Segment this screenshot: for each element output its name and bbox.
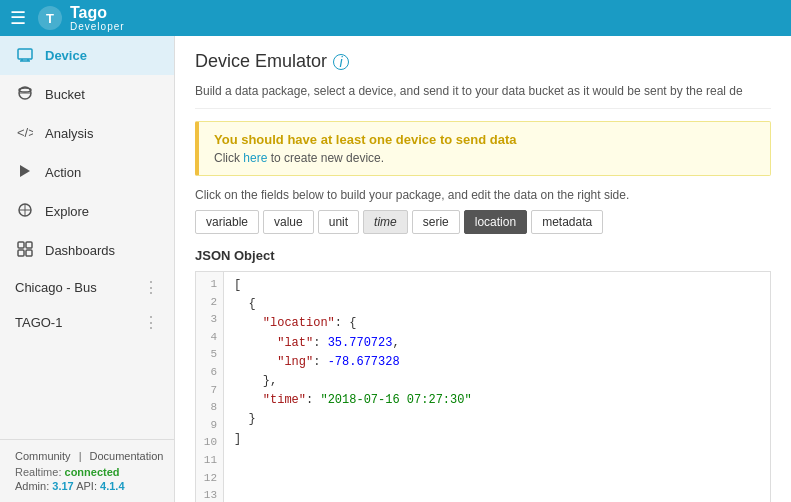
svg-text:</>: </>: [17, 125, 33, 140]
sidebar-item-explore[interactable]: Explore: [0, 192, 174, 231]
sidebar-item-label: Device: [45, 48, 87, 63]
svg-text:T: T: [46, 11, 54, 26]
logo-text: Tago: [70, 4, 107, 21]
sidebar-item-label: Bucket: [45, 87, 85, 102]
api-label: API:: [76, 480, 97, 492]
explore-icon: [15, 202, 35, 221]
svg-rect-17: [26, 250, 32, 256]
tab-value[interactable]: value: [263, 210, 314, 234]
sidebar-item-bucket[interactable]: Bucket: [0, 75, 174, 114]
sidebar-group-left: TAGO-1: [15, 315, 62, 330]
json-editor-content: 12345 678910 1112131415 [ { "location": …: [196, 272, 770, 502]
info-icon[interactable]: i: [333, 54, 349, 70]
sidebar: Device Bucket </> Analy: [0, 36, 175, 502]
admin-version: 3.17: [52, 480, 73, 492]
action-icon: [15, 163, 35, 182]
tab-serie[interactable]: serie: [412, 210, 460, 234]
chicago-bus-label: Chicago - Bus: [15, 280, 97, 295]
line-numbers: 12345 678910 1112131415: [196, 272, 224, 502]
menu-icon[interactable]: ☰: [10, 7, 26, 29]
svg-point-7: [19, 88, 31, 92]
warning-link-suffix: to create new device.: [267, 151, 384, 165]
tab-metadata[interactable]: metadata: [531, 210, 603, 234]
app-header: ☰ T Tago Developer: [0, 0, 791, 36]
dashboards-icon: [15, 241, 35, 260]
content-area: Device Emulator i Build a data package, …: [175, 36, 791, 502]
warning-link: Click here to create new device.: [214, 151, 755, 165]
warning-link-prefix: Click: [214, 151, 243, 165]
sidebar-group-chicago-bus[interactable]: Chicago - Bus ⋮: [0, 270, 174, 305]
more-options-icon[interactable]: ⋮: [143, 313, 159, 332]
json-code[interactable]: [ { "location": { "lat": 35.770723, "lng…: [224, 272, 770, 502]
logo-sub: Developer: [70, 21, 125, 32]
tab-unit[interactable]: unit: [318, 210, 359, 234]
documentation-link[interactable]: Documentation: [89, 450, 163, 462]
tab-time[interactable]: time: [363, 210, 408, 234]
tab-variable[interactable]: variable: [195, 210, 259, 234]
svg-rect-14: [18, 242, 24, 248]
warning-box: You should have at least one device to s…: [195, 121, 771, 176]
sidebar-group-tago1[interactable]: TAGO-1 ⋮: [0, 305, 174, 340]
logo-icon: T: [36, 4, 64, 32]
svg-rect-2: [18, 49, 32, 59]
sidebar-nav: Device Bucket </> Analy: [0, 36, 174, 439]
main-layout: Device Bucket </> Analy: [0, 36, 791, 502]
create-device-link[interactable]: here: [243, 151, 267, 165]
footer-divider: |: [79, 450, 82, 462]
api-version: 4.1.4: [100, 480, 124, 492]
logo: T Tago Developer: [36, 4, 125, 33]
realtime-value: connected: [65, 466, 120, 478]
analysis-icon: </>: [15, 124, 35, 143]
svg-rect-16: [18, 250, 24, 256]
sidebar-item-label: Explore: [45, 204, 89, 219]
footer-links: Community | Documentation: [15, 450, 159, 462]
warning-title: You should have at least one device to s…: [214, 132, 755, 147]
sidebar-group-left: Chicago - Bus: [15, 280, 97, 295]
json-editor[interactable]: 12345 678910 1112131415 [ { "location": …: [195, 271, 771, 502]
admin-label: Admin:: [15, 480, 49, 492]
sidebar-item-action[interactable]: Action: [0, 153, 174, 192]
realtime-label: Realtime:: [15, 466, 61, 478]
more-options-icon[interactable]: ⋮: [143, 278, 159, 297]
fields-instruction: Click on the fields below to build your …: [195, 188, 771, 202]
sidebar-item-analysis[interactable]: </> Analysis: [0, 114, 174, 153]
json-section-title: JSON Object: [195, 248, 771, 263]
svg-marker-10: [20, 165, 30, 177]
tab-location[interactable]: location: [464, 210, 527, 234]
page-title: Device Emulator i: [195, 51, 771, 72]
sidebar-item-label: Action: [45, 165, 81, 180]
svg-rect-15: [26, 242, 32, 248]
sidebar-item-label: Analysis: [45, 126, 93, 141]
tago1-label: TAGO-1: [15, 315, 62, 330]
sidebar-item-label: Dashboards: [45, 243, 115, 258]
community-link[interactable]: Community: [15, 450, 71, 462]
sidebar-item-dashboards[interactable]: Dashboards: [0, 231, 174, 270]
field-tabs: variable value unit time serie location …: [195, 210, 771, 234]
version-info: Admin: 3.17 API: 4.1.4: [15, 480, 159, 492]
sidebar-item-device[interactable]: Device: [0, 36, 174, 75]
device-icon: [15, 46, 35, 65]
description-text: Build a data package, select a device, a…: [195, 84, 771, 109]
realtime-status: Realtime: connected: [15, 466, 159, 478]
sidebar-footer: Community | Documentation Realtime: conn…: [0, 439, 174, 502]
bucket-icon: [15, 85, 35, 104]
